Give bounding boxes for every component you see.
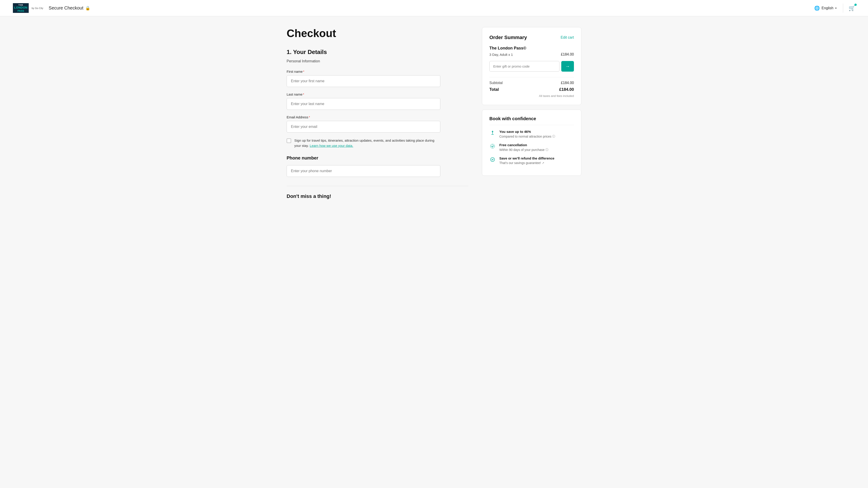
language-button[interactable]: 🌐 English ▾ [811,4,839,13]
promo-apply-button[interactable]: → [561,61,574,72]
cancellation-text: Free cancellation Within 90 days of your… [499,143,574,152]
refund-desc: That's our savings guarantee! ↗ [499,161,574,165]
section1-heading: 1. Your Details [287,48,468,56]
header-left: THE LONDON PASS by Go City Secure Checko… [11,2,90,14]
last-name-label: Last name* [287,92,468,96]
personal-info-label: Personal Information [287,59,468,63]
phone-group: Phone number [287,156,468,177]
logo-london: LONDON [14,6,27,9]
cancellation-desc: Within 90 days of your purchase ⓘ [499,148,574,152]
language-label: English [822,6,833,10]
confidence-card: Book with confidence You save up to 46% … [482,109,581,176]
confidence-item-refund: Save or we'll refund the difference That… [489,156,574,165]
total-row: Total £184.00 [489,87,574,92]
savings-desc: Compared to normal attraction prices ⓘ [499,134,574,138]
svg-rect-0 [491,134,494,135]
subtotal-value: £184.00 [561,81,574,85]
cancellation-info-icon: ⓘ [546,148,548,152]
last-name-required: * [303,93,304,96]
total-label: Total [489,87,499,92]
last-name-input[interactable] [287,98,440,110]
confidence-title: Book with confidence [489,116,574,125]
left-column: Checkout 1. Your Details Personal Inform… [287,27,468,199]
email-input[interactable] [287,121,440,133]
refund-external-icon: ↗ [542,161,544,165]
cancellation-title: Free cancellation [499,143,574,147]
savings-text: You save up to 46% Compared to normal at… [499,130,574,138]
order-summary-title: Order Summary [489,35,527,40]
logo-by-gocity: by Go City [32,7,43,9]
promo-input[interactable] [489,61,559,72]
product-detail: 3 Day, Adult x 1 [489,53,513,57]
globe-icon: 🌐 [814,5,820,11]
confidence-item-cancellation: Free cancellation Within 90 days of your… [489,143,574,152]
phone-input[interactable] [287,165,440,177]
first-name-input[interactable] [287,75,440,87]
learn-link[interactable]: Learn how we use your data. [310,144,353,148]
product-row: 3 Day, Adult x 1 £184.00 [489,53,574,57]
right-column: Order Summary Edit cart The London Pass©… [482,27,581,176]
email-label: Email Address* [287,115,468,119]
logo-pass: PASS [14,9,27,12]
chevron-down-icon: ▾ [835,6,837,10]
refund-title: Save or we'll refund the difference [499,156,574,160]
email-required: * [309,116,310,119]
first-name-group: First name* [287,70,468,87]
lock-icon: 🔒 [85,6,90,11]
refund-text: Save or we'll refund the difference That… [499,156,574,165]
refund-icon [489,157,496,164]
last-name-group: Last name* [287,92,468,110]
header: THE LONDON PASS by Go City Secure Checko… [0,0,868,16]
page-title: Checkout [287,27,468,39]
cart-button[interactable]: 🛒 [847,3,857,13]
edit-cart-link[interactable]: Edit cart [561,35,574,39]
savings-icon [489,130,496,137]
header-right: 🌐 English ▾ 🛒 [811,3,857,13]
total-value: £184.00 [559,87,574,92]
taxes-note: All taxes and fees included [489,94,574,98]
dont-miss-section: Don't miss a thing! [287,186,468,199]
order-summary-header: Order Summary Edit cart [489,35,574,40]
product-name: The London Pass© [489,46,574,51]
savings-info-icon: ⓘ [552,134,555,138]
first-name-label: First name* [287,70,468,73]
promo-arrow-icon: → [565,64,570,69]
newsletter-label: Sign up for travel tips, itineraries, at… [294,138,440,148]
order-summary-card: Order Summary Edit cart The London Pass©… [482,27,581,105]
promo-row: → [489,61,574,72]
email-group: Email Address* [287,115,468,133]
first-name-required: * [303,70,304,73]
confidence-item-savings: You save up to 46% Compared to normal at… [489,130,574,138]
subtotal-row: Subtotal £184.00 [489,81,574,85]
main-content: Checkout 1. Your Details Personal Inform… [276,16,592,210]
header-title: Secure Checkout 🔒 [49,5,90,11]
savings-title: You save up to 46% [499,130,574,133]
product-price: £184.00 [561,53,574,57]
newsletter-signup-row: Sign up for travel tips, itineraries, at… [287,138,440,148]
logo: THE LONDON PASS by Go City [11,2,43,14]
phone-label: Phone number [287,156,468,161]
cart-badge [855,4,857,6]
newsletter-checkbox[interactable] [287,138,291,143]
cancellation-icon [489,143,496,150]
secure-checkout-label: Secure Checkout [49,5,83,11]
subtotal-label: Subtotal [489,81,503,85]
